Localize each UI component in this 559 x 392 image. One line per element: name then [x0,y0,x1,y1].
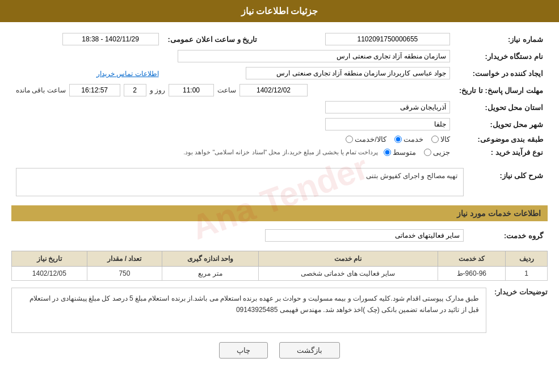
table-cell: 960-96-ط [438,267,505,281]
table-cell: 1402/12/05 [12,267,87,281]
ijad-label: ایجاد کننده در خواست: [455,65,548,82]
notice-text: پرداخت تمام یا بخشی از مبلغ خرید،از محل … [183,149,378,156]
announce-input[interactable] [62,33,159,45]
table-cell: 1 [506,267,548,281]
col-code: کد خدمت [438,251,505,267]
shomara-label: شماره نیاز: [455,31,548,48]
page-title: جزئیات اطلاعات نیاز [241,6,318,16]
shahr-value-cell [11,116,455,133]
col-name: نام خدمت [259,251,438,267]
notes-text: طبق مدارک پیوستی اقدام شود.کلیه کسورات و… [30,294,479,314]
radio-mottavaset[interactable] [384,149,391,156]
col-unit: واحد اندازه گیری [162,251,259,267]
notes-content: طبق مدارک پیوستی اقدام شود.کلیه کسورات و… [11,288,486,335]
sharh-text: تهیه مصالح و اجرای کفپوش بتنی [366,172,457,180]
tabaqe-value-cell: کالا خدمت کالا/خدمت [11,133,455,146]
remaining-label: ساعت باقی مانده [16,86,66,94]
shomara-value-cell [262,31,455,48]
radio-kala-label: کالا [440,135,450,144]
farayand-label: نوع فرآیند خرید : [455,146,548,159]
ijad-value-cell [163,65,455,82]
radio-jozvi-label: جزیی [433,148,450,157]
radio-mottavaset-label: متوسط [393,148,416,157]
group-value-cell [11,227,468,244]
radio-khadamat-label: خدمت [404,135,423,144]
sharh-box: تهیه مصالح و اجرای کفپوش بتنی [16,168,464,196]
dastgah-label: نام دستگاه خریدار: [455,48,548,65]
announce-value-cell [11,31,163,48]
mohlat-value-cell: ساعت روز و ساعت باقی مانده [11,82,455,99]
table-row: 1960-96-طسایر فعالیت های خدماتی شخصیمتر … [12,267,548,281]
print-button[interactable]: چاپ [219,342,268,359]
radio-kala-khadamat[interactable] [346,136,353,143]
announce-label: تاریخ و ساعت اعلان عمومی: [163,31,262,48]
radio-kala-khadamat-item[interactable]: کالا/خدمت [346,135,386,144]
page-header: جزئیات اطلاعات نیاز [0,0,559,22]
col-radif: ردیف [506,251,548,267]
rooz-input[interactable] [124,84,146,96]
remaining-input[interactable] [69,84,120,96]
shahr-label: شهر محل تحویل: [455,116,548,133]
info-table: شماره نیاز: تاریخ و ساعت اعلان عمومی: نا… [11,31,548,159]
tabaqe-label: طبقه بندی موضوعی: [455,133,548,146]
notes-label: توضیحات خریدار: [491,288,548,296]
table-cell: سایر فعالیت های خدماتی شخصی [259,267,438,281]
back-button[interactable]: بازگشت [279,342,340,359]
contact-link-cell: اطلاعات تماس خریدار [11,65,163,82]
dastgah-value-cell [11,48,455,65]
radio-khadamat[interactable] [394,136,402,143]
mohlat-label: مهلت ارسال پاسخ: تا تاریخ: [455,82,548,99]
radio-kala-khadamat-label: کالا/خدمت [355,135,386,144]
notes-section: توضیحات خریدار: طبق مدارک پیوستی اقدام ش… [11,288,548,335]
sharh-table: شرح کلی نیاز: تهیه مصالح و اجرای کفپوش ب… [11,166,548,199]
shahr-input[interactable] [325,118,450,130]
farayand-value-cell: جزیی متوسط پرداخت تمام یا بخشی از مبلغ خ… [11,146,455,159]
group-table: گروه خدمت: [11,227,548,244]
notes-box: طبق مدارک پیوستی اقدام شود.کلیه کسورات و… [11,288,486,333]
shomara-input[interactable] [325,33,450,45]
radio-kala[interactable] [431,136,439,143]
sharh-value-cell: تهیه مصالح و اجرای کفپوش بتنی [11,166,468,199]
dastgah-input[interactable] [178,50,450,62]
table-cell: 750 [87,267,162,281]
group-label: گروه خدمت: [468,227,548,244]
col-date: تاریخ نیاز [12,251,87,267]
radio-khadamat-item[interactable]: خدمت [394,135,423,144]
services-table: ردیف کد خدمت نام خدمت واحد اندازه گیری ت… [11,251,548,281]
date-input[interactable] [239,84,308,96]
sharh-label: شرح کلی نیاز: [468,166,548,199]
ostan-input[interactable] [325,101,450,113]
contact-link[interactable]: اطلاعات تماس خریدار [96,70,159,78]
radio-mottavaset-item[interactable]: متوسط [384,148,416,157]
col-quantity: تعداد / مقدار [87,251,162,267]
saat-input[interactable] [169,84,214,96]
rooz-label: روز و [150,86,165,94]
radio-jozvi-item[interactable]: جزیی [424,148,450,157]
table-cell: متر مربع [162,267,259,281]
buttons-row: بازگشت چاپ [11,342,548,359]
saat-label: ساعت [217,86,236,94]
ostan-value-cell [11,99,455,116]
group-input[interactable] [265,229,464,242]
radio-kala-item[interactable]: کالا [431,135,450,144]
ijad-input[interactable] [246,67,450,79]
ostan-label: استان محل تحویل: [455,99,548,116]
service-info-header: اطلاعات خدمات مورد نیاز [11,205,548,221]
radio-jozvi[interactable] [424,149,431,156]
